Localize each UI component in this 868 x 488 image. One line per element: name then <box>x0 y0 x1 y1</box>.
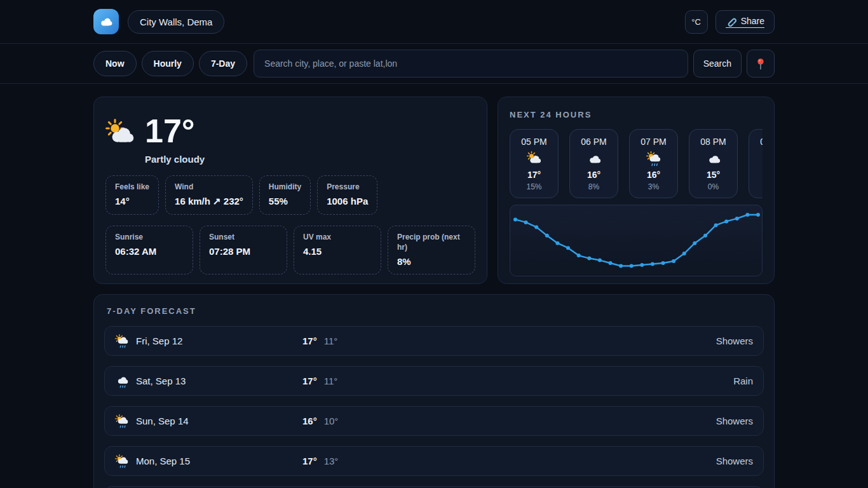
hour-precip: 15% <box>510 182 558 191</box>
hour-precip: 3% <box>630 182 677 191</box>
stat-wind: Wind 16 km/h ↗ 232° <box>165 175 253 215</box>
hour-card-4: 09 PM 14° 0% <box>749 129 763 198</box>
hour-time: 09 PM <box>749 137 763 147</box>
hour-time: 06 PM <box>570 137 618 147</box>
stat-label: Sunrise <box>115 232 184 242</box>
stat-label: Sunset <box>209 232 278 242</box>
top-bar: City Walls, Dema °C Share <box>0 0 868 44</box>
stat-humidity: Humidity 55% <box>259 175 311 215</box>
temperature-line-chart <box>510 205 763 276</box>
hour-precip: 0% <box>689 182 737 191</box>
high-temp: 17° <box>302 456 317 466</box>
stat-label: Wind <box>175 182 243 192</box>
current-conditions-card: 17° Partly cloudy Feels like 14° Wind 16… <box>93 97 487 284</box>
stats-row-1: Feels like 14° Wind 16 km/h ↗ 232° Humid… <box>105 175 475 215</box>
next-24-hours-card: NEXT 24 HOURS 05 PM 17° 15% 06 PM 16° 8%… <box>498 97 775 284</box>
low-temp: 13° <box>324 456 339 466</box>
high-temp: 17° <box>302 336 317 346</box>
hour-card-1: 06 PM 16° 8% <box>569 129 618 198</box>
app-logo <box>93 9 119 34</box>
hour-weather-icon <box>706 151 721 166</box>
stat-label: Precip prob (next hr) <box>397 232 466 252</box>
hour-temp: 16° <box>570 170 618 180</box>
tab-7day[interactable]: 7-Day <box>199 51 247 76</box>
stat-label: Pressure <box>327 182 368 192</box>
high-temp: 17° <box>302 376 317 386</box>
day-weather-icon <box>115 374 129 388</box>
day-weather-icon <box>115 454 129 468</box>
day-weather-icon <box>115 414 129 428</box>
stats-row-2: Sunrise 06:32 AM Sunset 07:28 PM UV max … <box>105 226 475 274</box>
day-label: Sat, Sep 13 <box>136 376 302 386</box>
hour-card-3: 08 PM 15° 0% <box>689 129 738 198</box>
cloud-logo-icon <box>98 13 114 30</box>
stat-precip-prob: Precip prob (next hr) 8% <box>388 226 475 274</box>
search-button[interactable]: Search <box>693 50 742 78</box>
search-input[interactable] <box>254 50 688 78</box>
stat-sunrise: Sunrise 06:32 AM <box>105 226 193 274</box>
tab-now[interactable]: Now <box>93 51 137 76</box>
condition-label: Showers <box>716 456 753 466</box>
hour-precip: 8% <box>570 182 618 191</box>
forecast-title: 7-DAY FORECAST <box>107 306 764 316</box>
low-temp: 11° <box>324 336 338 346</box>
low-temp: 11° <box>324 376 338 386</box>
condition-label: Showers <box>716 416 753 426</box>
hour-time: 07 PM <box>630 137 677 147</box>
condition-label: Showers <box>716 336 753 346</box>
link-icon <box>726 16 736 27</box>
geolocate-button[interactable] <box>747 50 775 78</box>
hour-temp: 16° <box>630 170 677 180</box>
day-label: Mon, Sep 15 <box>136 456 302 466</box>
stat-pressure: Pressure 1006 hPa <box>317 175 377 215</box>
stat-value: 55% <box>269 196 301 207</box>
share-label: Share <box>741 16 764 26</box>
stat-value: 8% <box>397 256 466 267</box>
hour-weather-icon <box>646 151 661 166</box>
nav-bar: Now Hourly 7-Day Search <box>0 44 868 84</box>
next24-title: NEXT 24 HOURS <box>510 110 592 119</box>
hour-temp: 15° <box>689 170 737 180</box>
stat-value: 16 km/h ↗ 232° <box>175 196 243 207</box>
condition-label: Rain <box>733 376 753 386</box>
current-weather-icon <box>105 119 136 149</box>
pushpin-icon <box>754 57 767 70</box>
stat-label: Humidity <box>269 182 301 192</box>
share-button[interactable]: Share <box>715 10 775 34</box>
hourly-strip[interactable]: 05 PM 17° 15% 06 PM 16° 8% 07 PM 16° 3% <box>510 129 763 198</box>
hour-precip: 0% <box>749 182 763 191</box>
forecast-row-1[interactable]: Sat, Sep 13 17° 11° Rain <box>104 366 764 396</box>
location-title: City Walls, Dema <box>128 10 224 34</box>
unit-toggle-button[interactable]: °C <box>685 10 708 34</box>
main-content: 17° Partly cloudy Feels like 14° Wind 16… <box>93 84 775 488</box>
day-weather-icon <box>115 334 129 348</box>
low-temp: 10° <box>324 416 339 426</box>
stat-label: UV max <box>303 232 372 242</box>
stat-value: 4.15 <box>303 246 372 257</box>
tab-hourly[interactable]: Hourly <box>142 51 194 76</box>
current-condition: Partly cloudy <box>145 154 205 165</box>
hour-weather-icon <box>587 151 602 166</box>
day-label: Sun, Sep 14 <box>136 416 302 426</box>
stat-sunset: Sunset 07:28 PM <box>200 226 287 274</box>
stat-value: 06:32 AM <box>115 246 184 257</box>
current-temperature: 17° <box>145 114 205 149</box>
hour-card-2: 07 PM 16° 3% <box>629 129 678 198</box>
forecast-row-0[interactable]: Fri, Sep 12 17° 11° Showers <box>104 326 764 356</box>
stat-value: 14° <box>115 196 149 207</box>
stat-value: 07:28 PM <box>209 246 278 257</box>
forecast-row-2[interactable]: Sun, Sep 14 16° 10° Showers <box>104 406 764 436</box>
hour-card-0: 05 PM 17° 15% <box>510 129 559 198</box>
forecast-row-3[interactable]: Mon, Sep 15 17° 13° Showers <box>104 446 764 476</box>
stat-feels-like: Feels like 14° <box>105 175 159 215</box>
hour-time: 05 PM <box>510 137 558 147</box>
stat-value: 1006 hPa <box>327 196 368 207</box>
high-temp: 16° <box>302 416 317 426</box>
stat-label: Feels like <box>115 182 149 192</box>
seven-day-forecast-card: 7-DAY FORECAST Fri, Sep 12 17° 11° Showe… <box>93 294 775 488</box>
day-label: Fri, Sep 12 <box>136 336 302 346</box>
hour-temp: 14° <box>749 170 763 180</box>
hour-temp: 17° <box>510 170 558 180</box>
hour-weather-icon <box>527 151 542 166</box>
hour-time: 08 PM <box>689 137 737 147</box>
